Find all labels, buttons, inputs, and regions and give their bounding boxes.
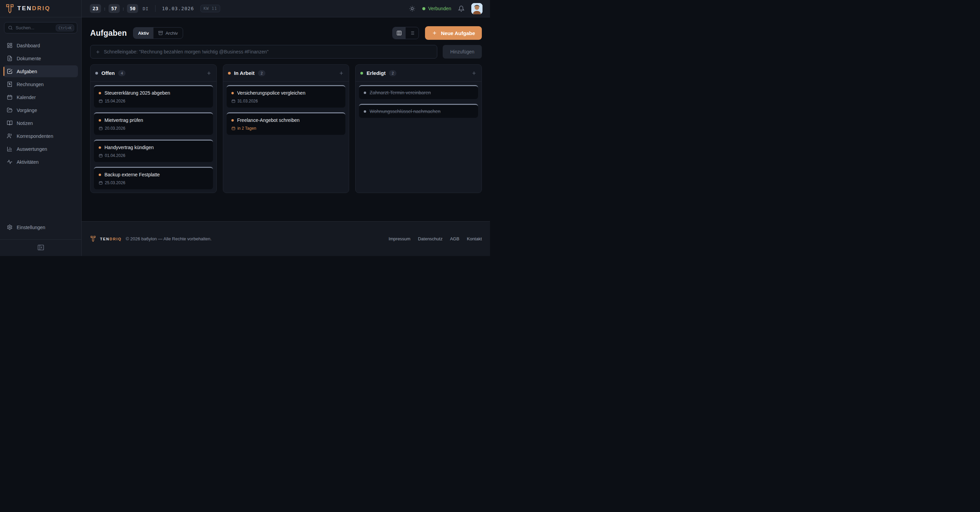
users-icon <box>7 133 13 139</box>
priority-dot <box>231 92 234 94</box>
collapse-sidebar-button[interactable] <box>37 244 45 251</box>
column-count-badge: 4 <box>118 70 126 76</box>
add-card-button[interactable] <box>339 70 344 76</box>
search-box[interactable]: Ctrl+K <box>4 22 77 33</box>
calendar-icon <box>7 94 13 100</box>
task-card[interactable]: Handyvertrag kündigen 01.04.2026 <box>94 140 213 162</box>
app-window: TENDRIQ Ctrl+K Dashboard Dokumente Aufga… <box>0 0 490 256</box>
calendar-icon <box>231 99 235 103</box>
user-avatar[interactable] <box>471 3 482 14</box>
sidebar-item-kalender[interactable]: Kalender <box>3 91 78 103</box>
sidebar-item-dashboard[interactable]: Dashboard <box>3 40 78 51</box>
bar-chart-icon <box>7 146 13 152</box>
sidebar-item-einstellungen[interactable]: Einstellungen <box>3 221 78 233</box>
list-view-button[interactable] <box>406 27 418 39</box>
page-title: Aufgaben <box>90 29 127 38</box>
topbar-divider <box>155 5 156 12</box>
tab-aktiv[interactable]: Aktiv <box>134 27 154 38</box>
calendar-icon <box>231 126 235 131</box>
quick-add-submit-button[interactable]: Hinzufügen <box>443 45 482 59</box>
theme-toggle-button[interactable] <box>409 5 415 12</box>
plus-icon <box>432 30 437 36</box>
column-status-dot <box>360 72 363 75</box>
task-card[interactable]: Freelance-Angebot schreiben in 2 Tagen <box>227 112 346 135</box>
sidebar-item-dokumente[interactable]: Dokumente <box>3 53 78 64</box>
due-date: 31.03.2026 <box>231 99 341 104</box>
footer-link-datenschutz[interactable]: Datenschutz <box>418 236 442 241</box>
task-card[interactable]: Steuererklärung 2025 abgeben 15.04.2026 <box>94 85 213 108</box>
check-square-icon <box>7 69 13 74</box>
plus-icon <box>471 70 477 76</box>
connection-status: Verbunden <box>422 6 451 11</box>
due-date: 01.04.2026 <box>99 153 208 158</box>
add-card-button[interactable] <box>206 70 212 76</box>
clock-weekday: DI <box>143 6 149 11</box>
sidebar-item-rechnungen[interactable]: Rechnungen <box>3 78 78 90</box>
search-icon <box>8 25 13 30</box>
notifications-button[interactable] <box>458 5 465 12</box>
column-count-badge: 2 <box>389 70 396 76</box>
column-status-dot <box>228 72 231 75</box>
task-card[interactable]: Zahnarzt-Termin vereinbaren <box>359 85 478 99</box>
column-count-badge: 2 <box>258 70 266 76</box>
filter-tabs: Aktiv Archiv <box>133 27 183 39</box>
document-icon <box>7 56 13 61</box>
plus-icon <box>206 70 212 76</box>
plus-icon <box>95 49 100 54</box>
column-in-arbeit: In Arbeit 2 Versicherungspolice vergleic… <box>223 64 350 193</box>
bell-icon <box>458 5 465 12</box>
calendar-icon <box>99 181 103 185</box>
quick-add-input[interactable] <box>104 49 432 54</box>
sidebar: TENDRIQ Ctrl+K Dashboard Dokumente Aufga… <box>0 0 82 256</box>
footer-link-kontakt[interactable]: Kontakt <box>467 236 482 241</box>
clock-date: 10.03.2026 <box>162 6 194 11</box>
brand-logo[interactable]: TENDRIQ <box>0 0 81 18</box>
priority-dot <box>364 92 366 94</box>
search-shortcut-badge: Ctrl+K <box>56 24 74 31</box>
task-card[interactable]: Versicherungspolice vergleichen 31.03.20… <box>227 85 346 108</box>
sidebar-item-vorgaenge[interactable]: Vorgänge <box>3 104 78 116</box>
brand-logo-icon <box>5 4 14 14</box>
kanban-view-button[interactable] <box>393 27 406 39</box>
task-card[interactable]: Mietvertrag prüfen 20.03.2026 <box>94 112 213 135</box>
column-title: Offen <box>102 70 115 76</box>
book-open-icon <box>7 120 13 126</box>
add-card-button[interactable] <box>471 70 477 76</box>
sidebar-item-aufgaben[interactable]: Aufgaben <box>3 65 78 77</box>
search-input[interactable] <box>16 25 53 30</box>
sidebar-bottom: Einstellungen <box>0 219 81 256</box>
priority-dot <box>99 119 101 121</box>
column-status-dot <box>95 72 98 75</box>
footer: TENDRIQ © 2026 ba6ylon — Alle Rechte vor… <box>82 221 490 256</box>
folder-open-icon <box>7 107 13 113</box>
plus-icon <box>339 70 344 76</box>
priority-dot <box>99 174 101 176</box>
due-date: in 2 Tagen <box>231 126 341 131</box>
quick-add-inputbox[interactable] <box>90 45 437 59</box>
clock: 23 : 57 : 50 DI 10.03.2026 KW 11 <box>90 4 220 13</box>
sidebar-item-aktivitaeten[interactable]: Aktivitäten <box>3 156 78 168</box>
task-card[interactable]: Wohnungsschlüssel nachmachen <box>359 104 478 118</box>
sidebar-item-notizen[interactable]: Notizen <box>3 117 78 129</box>
priority-dot <box>231 119 234 121</box>
view-toggle <box>392 27 419 39</box>
footer-link-agb[interactable]: AGB <box>450 236 459 241</box>
new-task-button[interactable]: Neue Aufgabe <box>425 26 482 40</box>
footer-links: Impressum Datenschutz AGB Kontakt <box>388 236 482 241</box>
priority-dot <box>99 147 101 149</box>
kanban-board: Offen 4 Steuererklärung 2025 abgeben <box>90 64 482 193</box>
sidebar-item-auswertungen[interactable]: Auswertungen <box>3 143 78 155</box>
brand-wordmark: TENDRIQ <box>18 5 51 12</box>
clock-seconds: 50 <box>127 4 138 13</box>
footer-link-impressum[interactable]: Impressum <box>388 236 410 241</box>
footer-brand-wordmark: TENDRIQ <box>100 237 122 241</box>
task-card[interactable]: Backup externe Festplatte 25.03.2026 <box>94 167 213 189</box>
calendar-icon <box>99 153 103 158</box>
sidebar-nav: Dashboard Dokumente Aufgaben Rechnungen … <box>0 37 81 171</box>
copyright-text: © 2026 ba6ylon — Alle Rechte vorbehalten… <box>126 236 212 241</box>
columns-icon <box>396 30 402 36</box>
status-dot <box>422 7 425 10</box>
main-content: Aufgaben Aktiv Archiv <box>82 18 490 221</box>
sidebar-item-korrespondenten[interactable]: Korrespondenten <box>3 130 78 142</box>
tab-archiv[interactable]: Archiv <box>153 27 182 38</box>
